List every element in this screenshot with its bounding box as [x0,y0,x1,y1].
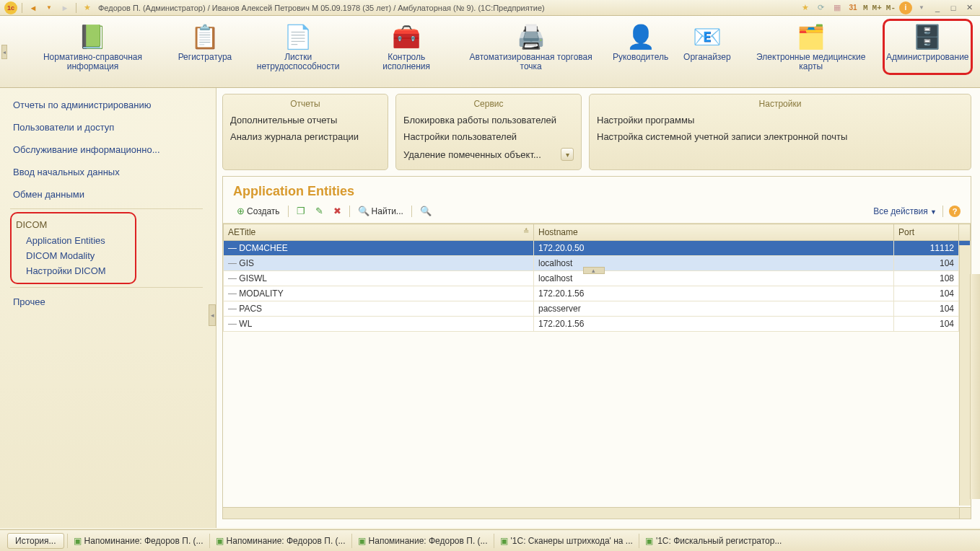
table-row[interactable]: — DCM4CHEE172.20.0.5011112 [224,241,971,256]
page-title: Application Entities [223,177,971,203]
nav-item-pos[interactable]: 🖨️Автоматизированная торговая точка [455,19,606,75]
copy-icon: ❐ [297,206,305,216]
taskbar-item[interactable]: ▣'1С: Фискальный регистратор... [639,534,788,548]
panel-link[interactable]: Настройка системной учетной записи элект… [597,128,963,145]
row-marker-icon: — [228,304,237,314]
sidebar-group-dicom: DICOM Application EntitiesDICOM Modality… [10,212,136,284]
info-dropdown-icon[interactable]: ▼ [915,1,928,14]
panel-link[interactable]: Настройки пользователей [403,128,574,145]
registry-icon: 📋 [188,22,222,51]
panel-service: Сервис Блокировка работы пользователейНа… [395,94,582,170]
task-label: Напоминание: Федоров П. (... [84,536,204,546]
nav-item-admin[interactable]: 🗄️Администрирование [883,19,973,75]
nav-item-registry[interactable]: 📋Регистратура [172,19,237,75]
task-icon: ▣ [500,536,508,546]
taskbar-item[interactable]: ▣Напоминание: Федоров П. (... [67,534,209,548]
taskbar-item[interactable]: ▣'1С: Сканеры штрихкода' на ... [494,534,639,548]
maximize-icon[interactable]: □ [947,1,960,14]
sick-leave-icon: 📄 [281,22,315,51]
favorite-star-icon[interactable]: ★ [81,1,94,14]
separator [349,206,350,217]
table-row[interactable]: — WL172.20.1.56104 [224,317,971,332]
panel-link[interactable]: Анализ журнала регистрации [230,128,380,145]
col-aetitle[interactable]: AETitle≛ [224,224,534,241]
edit-button[interactable]: ✎ [312,203,327,219]
panel-link[interactable]: Удаление помеченных объект...▾ [403,145,574,164]
nav-dropdown-icon[interactable]: ▼ [43,1,56,14]
col-label: AETitle [228,227,255,237]
memory-mplus-button[interactable]: M+ [870,4,884,12]
nav-item-emr[interactable]: 🗂️Электронные медицинские карты [741,19,881,75]
all-actions-menu[interactable]: Все действия ▼ [873,206,937,216]
sidebar-item[interactable]: Пользователи и доступ [10,116,216,138]
table-row[interactable]: — PACSpacsserver104 [224,301,971,317]
sidebar-collapse-handle[interactable]: ◂ [209,304,216,326]
help-icon[interactable]: ? [949,206,961,217]
nav-label: Регистратура [178,53,232,62]
content-scrollbar-vertical[interactable] [970,274,980,499]
col-hostname[interactable]: Hostname [534,224,894,241]
toolbar-collapse-handle[interactable]: ◂ [1,45,7,59]
history-icon[interactable]: ⟳ [815,1,828,14]
cell-port: 108 [894,271,959,286]
sidebar-item[interactable]: Ввод начальных данных [10,161,216,183]
col-label: Port [898,227,914,237]
nav-item-manager[interactable]: 👤Руководитель [608,19,673,75]
info-icon[interactable]: i [899,1,912,14]
sidebar-subitem[interactable]: DICOM Modality [16,248,131,263]
copy-button[interactable]: ❐ [293,203,309,219]
memory-m-button[interactable]: M [861,4,870,12]
grid-scrollbar-horizontal[interactable] [223,507,959,519]
table-row[interactable]: — MODALITY172.20.1.56104 [224,286,971,301]
panel-link[interactable]: Дополнительные отчеты [230,112,380,128]
panels-collapse-handle[interactable]: ▴ [583,267,605,274]
nav-item-sick-leave[interactable]: 📄Листки нетрудоспособности [239,19,357,75]
nav-forward-icon[interactable]: ► [58,1,71,14]
panel-link[interactable]: Блокировка работы пользователей [403,112,574,128]
panel-link-label: Настройки программы [597,115,694,125]
panel-expand-icon[interactable]: ▾ [561,148,574,161]
taskbar-item[interactable]: ▣Напоминание: Федоров П. (... [351,534,494,548]
app-logo-icon: 1c [4,1,17,14]
sidebar-item[interactable]: Обмен данными [10,183,216,206]
panel-title: Настройки [597,97,963,112]
separator [288,206,289,217]
favorites-icon[interactable]: ★ [799,1,812,14]
history-button[interactable]: История... [7,533,64,549]
close-icon[interactable]: ✕ [963,1,976,14]
find-button[interactable]: 🔍Найти... [354,203,407,219]
nav-item-ref-info[interactable]: 📗Нормативно-справочная информация [14,19,171,75]
clear-find-button[interactable]: 🔍 [416,203,435,219]
content-area: Отчеты Дополнительные отчетыАнализ журна… [216,88,980,528]
calculator-icon[interactable]: ▦ [831,1,844,14]
row-marker-icon: — [228,273,237,283]
sort-indicator-icon: ≛ [523,227,529,235]
sidebar-item[interactable]: Отчеты по администрированию [10,94,216,116]
nav-item-organizer[interactable]: 📧Органайзер [675,19,740,75]
sidebar-subitem[interactable]: Application Entities [16,233,131,248]
panel-link-label: Анализ журнала регистрации [230,131,359,142]
grid-scrollbar-vertical[interactable] [959,245,971,506]
admin-icon: 🗄️ [910,22,945,51]
sidebar-item-other[interactable]: Прочее [10,291,216,313]
delete-mark-button[interactable]: ✖ [330,203,345,219]
manager-icon: 👤 [624,22,658,51]
create-button[interactable]: ⊕Создать [233,203,284,219]
minimize-icon[interactable]: _ [931,1,944,14]
cell-hostname: 172.20.0.50 [534,241,894,256]
find-label: Найти... [372,206,403,216]
sidebar-item[interactable]: Обслуживание информационно... [10,138,216,161]
nav-label: Нормативно-справочная информация [21,53,165,71]
nav-back-icon[interactable]: ◄ [27,1,40,14]
calendar-icon[interactable]: 31 [846,1,859,14]
row-marker-icon: — [228,258,237,268]
sidebar-subitem[interactable]: Настройки DICOM [16,263,131,278]
panel-link[interactable]: Настройки программы [597,112,963,128]
nav-item-exec-control[interactable]: 🧰Контроль исполнения [359,19,454,75]
taskbar-item[interactable]: ▣Напоминание: Федоров П. (... [209,534,351,548]
nav-label: Администрирование [886,53,968,62]
col-port[interactable]: Port [894,224,959,241]
memory-mminus-button[interactable]: M- [884,4,898,12]
divider [10,287,203,288]
separator [942,206,943,217]
